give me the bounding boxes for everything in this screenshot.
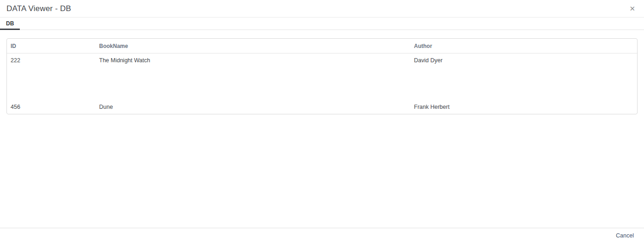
table-header-row: ID BookName Author [7, 39, 637, 53]
column-header-id: ID [7, 43, 95, 49]
column-header-bookname: BookName [95, 43, 410, 49]
table-row[interactable]: 456 Dune Frank Herbert [7, 100, 637, 114]
cancel-button[interactable]: Cancel [616, 231, 634, 241]
close-icon[interactable]: ✕ [627, 4, 637, 13]
table-row[interactable]: 222 The Midnight Watch David Dyer [7, 53, 637, 100]
cell-bookname: Dune [95, 104, 410, 110]
tab-db[interactable]: DB [0, 18, 20, 30]
content-area: ID BookName Author 222 The Midnight Watc… [0, 30, 644, 228]
cell-author: Frank Herbert [410, 104, 637, 110]
tab-db-label: DB [6, 20, 14, 27]
cell-bookname: The Midnight Watch [95, 53, 410, 64]
cell-author: David Dyer [410, 53, 637, 64]
column-header-author: Author [410, 43, 637, 49]
cell-id: 222 [7, 53, 95, 64]
cell-id: 456 [7, 104, 95, 110]
data-table: ID BookName Author 222 The Midnight Watc… [6, 38, 638, 114]
dialog-title: DATA Viewer - DB [6, 4, 71, 13]
tab-bar: DB [0, 18, 644, 30]
dialog-footer: Cancel [0, 228, 644, 243]
dialog-header: DATA Viewer - DB ✕ [0, 0, 644, 18]
